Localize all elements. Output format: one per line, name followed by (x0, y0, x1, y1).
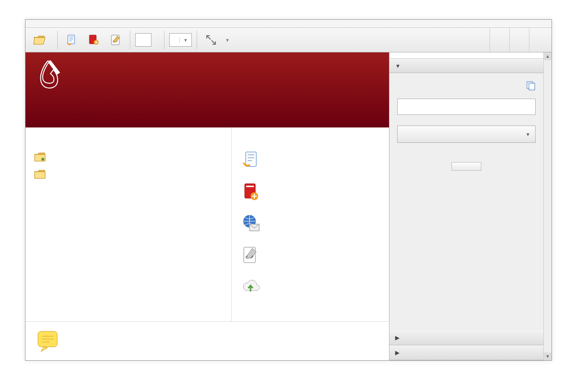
recent-item-acrobat[interactable] (32, 166, 225, 183)
adobe-logo-icon (36, 59, 63, 94)
menu-edit[interactable] (40, 22, 51, 25)
fill-sign-link[interactable] (509, 28, 529, 52)
main-columns (25, 127, 389, 321)
create-pdf-icon-button[interactable] (83, 31, 105, 49)
chevron-down-icon: ▼ (395, 63, 401, 69)
svg-point-4 (41, 158, 44, 161)
comment-link[interactable] (529, 28, 549, 52)
svg-rect-14 (529, 83, 535, 90)
scroll-down-icon[interactable]: ▼ (544, 353, 552, 360)
sign-icon-button[interactable] (105, 31, 127, 49)
export-pdf-header[interactable]: ▼ (389, 59, 543, 73)
select-file-input[interactable] (397, 99, 536, 115)
svg-rect-0 (68, 35, 75, 44)
folder-icon (34, 170, 46, 179)
services-column (231, 127, 389, 321)
convert-format-select[interactable]: ▼ (397, 126, 536, 143)
toolbar: ▼ ▼ (25, 28, 552, 52)
chevron-down-icon[interactable]: ▼ (225, 38, 230, 43)
page-current-input[interactable] (135, 33, 151, 47)
sign-document-icon (240, 245, 261, 265)
open-button[interactable] (28, 31, 54, 49)
scrollbar[interactable]: ▲ ▼ (543, 52, 552, 360)
sign-in-link[interactable] (389, 52, 543, 59)
hero (25, 52, 389, 127)
create-pdf-header[interactable]: ▶ (389, 330, 543, 345)
fullscreen-icon (205, 34, 217, 46)
svg-rect-5 (246, 152, 256, 166)
send-files-header[interactable]: ▶ (389, 345, 543, 360)
folder-open-icon (33, 34, 46, 46)
recent-item-mycomputer[interactable] (32, 149, 225, 166)
menu-window[interactable] (63, 22, 75, 25)
chevron-down-icon: ▼ (179, 38, 191, 43)
right-tool-links (489, 28, 549, 52)
chevron-right-icon: ▶ (395, 350, 399, 356)
sticky-note-icon (35, 329, 62, 353)
separator (197, 31, 197, 49)
convert-icon-button[interactable] (61, 31, 83, 49)
separator (57, 31, 58, 49)
chevron-right-icon: ▶ (395, 335, 399, 341)
service-create[interactable] (238, 176, 382, 207)
cloud-upload-icon (240, 277, 261, 297)
service-send[interactable] (238, 207, 382, 239)
tip-bar (25, 321, 389, 360)
body: ▼ ▼ (25, 52, 552, 360)
right-area: ▼ ▼ (389, 52, 552, 360)
menu-file[interactable] (28, 22, 40, 25)
welcome-area (25, 52, 389, 360)
service-store[interactable] (238, 271, 382, 303)
scroll-up-icon[interactable]: ▲ (544, 52, 552, 60)
tools-panel: ▼ ▼ (389, 52, 543, 360)
convert-icon (240, 150, 261, 170)
create-pdf-icon (88, 34, 100, 46)
fullscreen-button[interactable] (200, 31, 222, 49)
menubar (25, 20, 552, 28)
recent-column (25, 127, 231, 321)
export-service-icon (526, 81, 536, 92)
create-pdf-icon (240, 181, 261, 202)
convert-icon (65, 34, 78, 46)
convert-button[interactable] (452, 162, 481, 171)
service-convert[interactable] (238, 144, 382, 176)
folder-icon (34, 152, 46, 162)
menu-view[interactable] (51, 22, 63, 25)
export-pdf-body: ▼ (389, 73, 543, 330)
zoom-select[interactable]: ▼ (169, 33, 192, 47)
separator (164, 31, 164, 49)
sign-icon (110, 34, 122, 46)
svg-rect-7 (246, 186, 254, 187)
tools-link[interactable] (489, 28, 509, 52)
menu-help[interactable] (75, 22, 86, 25)
separator (130, 31, 130, 49)
chevron-down-icon: ▼ (526, 132, 530, 137)
app-window: ▼ ▼ (25, 19, 552, 361)
send-track-icon (240, 213, 261, 233)
service-sign[interactable] (238, 239, 382, 271)
